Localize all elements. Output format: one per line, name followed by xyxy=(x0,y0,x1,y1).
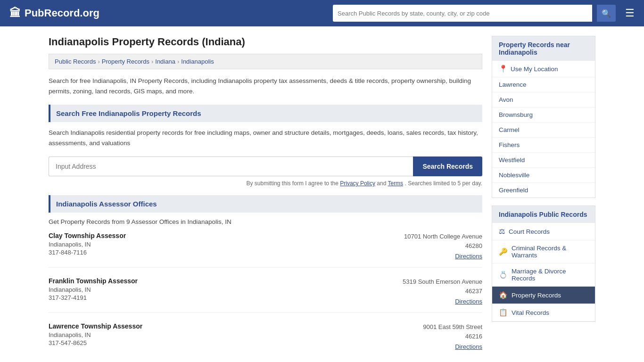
privacy-policy-link[interactable]: Privacy Policy xyxy=(340,180,375,187)
record-label: Criminal Records & Warrants xyxy=(512,245,588,259)
nearby-places-list: LawrenceAvonBrownsburgCarmelFishersWestf… xyxy=(492,77,595,197)
nearby-place-item[interactable]: Avon xyxy=(492,92,595,107)
assessor-name: Clay Township Assessor xyxy=(49,232,388,239)
terms-link[interactable]: Terms xyxy=(388,180,403,187)
address-input[interactable] xyxy=(49,156,413,176)
assessor-section: Indianapolis Assessor Offices Get Proper… xyxy=(49,195,482,358)
disclaimer-end: . Searches limited to 5 per day. xyxy=(405,180,482,187)
public-record-item[interactable]: 📋Vital Records xyxy=(492,304,595,321)
breadcrumb-indiana[interactable]: Indiana xyxy=(155,58,175,65)
assessor-phone: 317-327-4191 xyxy=(49,294,388,301)
search-section-header: Search Free Indianapolis Property Record… xyxy=(49,105,482,122)
logo-icon: 🏛 xyxy=(9,7,21,20)
search-icon: 🔍 xyxy=(602,9,611,18)
public-records-header: Indianapolis Public Records xyxy=(492,206,595,223)
disclaimer-and: and xyxy=(377,180,386,187)
assessor-left: Clay Township Assessor Indianapolis, IN … xyxy=(49,232,388,260)
record-label: Property Records xyxy=(512,292,561,299)
page-description: Search for free Indianapolis, IN Propert… xyxy=(49,76,482,96)
nearby-header: Property Records near Indianapolis xyxy=(492,36,595,61)
main-container: Indianapolis Property Records (Indiana) … xyxy=(39,26,605,362)
nearby-place-item[interactable]: Lawrence xyxy=(492,77,595,92)
assessor-description: Get Property Records from 9 Assessor Off… xyxy=(49,218,482,225)
assessor-phone: 317-547-8625 xyxy=(49,339,388,346)
breadcrumb: Public Records › Property Records › Indi… xyxy=(49,54,482,69)
assessor-name: Franklin Township Assessor xyxy=(49,277,388,285)
nearby-place-item[interactable]: Greenfield xyxy=(492,183,595,197)
header-menu-button[interactable]: ☰ xyxy=(625,7,635,19)
public-records-box: Indianapolis Public Records ⚖Court Recor… xyxy=(492,206,595,322)
search-form: Search Records By submitting this form I… xyxy=(49,156,482,187)
public-records-list: ⚖Court Records🔑Criminal Records & Warran… xyxy=(492,223,595,321)
assessor-list: Clay Township Assessor Indianapolis, IN … xyxy=(49,232,482,358)
assessor-right: 10701 North College Avenue46280 Directio… xyxy=(388,232,482,260)
assessor-address: 10701 North College Avenue46280 xyxy=(388,232,482,250)
breadcrumb-sep-1: › xyxy=(98,58,99,65)
nearby-place-item[interactable]: Westfield xyxy=(492,153,595,168)
record-label: Marriage & Divorce Records xyxy=(512,268,588,282)
public-record-item[interactable]: ⚖Court Records xyxy=(492,223,595,240)
assessor-name: Lawrence Township Assessor xyxy=(49,322,388,330)
public-record-item[interactable]: 🔑Criminal Records & Warrants xyxy=(492,240,595,263)
directions-link[interactable]: Directions xyxy=(455,343,482,350)
breadcrumb-sep-2: › xyxy=(151,58,153,65)
form-disclaimer: By submitting this form I agree to the P… xyxy=(49,180,482,187)
nearby-place-item[interactable]: Carmel xyxy=(492,123,595,138)
assessor-city: Indianapolis, IN xyxy=(49,331,388,338)
menu-icon: ☰ xyxy=(625,7,635,19)
record-label: Court Records xyxy=(509,228,550,235)
header-search-area: 🔍 ☰ xyxy=(333,5,635,22)
directions-link[interactable]: Directions xyxy=(455,253,482,260)
assessor-city: Indianapolis, IN xyxy=(49,286,388,293)
content-area: Indianapolis Property Records (Indiana) … xyxy=(49,36,482,362)
use-location-label: Use My Location xyxy=(511,66,558,73)
public-record-item[interactable]: 💍Marriage & Divorce Records xyxy=(492,263,595,287)
record-icon: 📋 xyxy=(499,308,508,317)
sidebar: Property Records near Indianapolis 📍 Use… xyxy=(492,36,595,362)
header-search-button[interactable]: 🔍 xyxy=(597,5,616,22)
assessor-city: Indianapolis, IN xyxy=(49,241,388,248)
nearby-place-item[interactable]: Noblesville xyxy=(492,168,595,183)
nearby-place-item[interactable]: Brownsburg xyxy=(492,107,595,123)
disclaimer-text: By submitting this form I agree to the xyxy=(247,180,339,187)
nearby-box: Property Records near Indianapolis 📍 Use… xyxy=(492,36,595,198)
assessor-entry: Clay Township Assessor Indianapolis, IN … xyxy=(49,232,482,268)
search-description: Search Indianapolis residential property… xyxy=(49,128,482,148)
assessor-left: Lawrence Township Assessor Indianapolis,… xyxy=(49,322,388,350)
site-header: 🏛 PubRecord.org 🔍 ☰ xyxy=(0,0,644,26)
directions-link[interactable]: Directions xyxy=(455,298,482,305)
breadcrumb-sep-3: › xyxy=(177,58,179,65)
site-logo[interactable]: 🏛 PubRecord.org xyxy=(9,7,99,20)
assessor-address: 9001 East 59th Street46216 xyxy=(388,322,482,341)
breadcrumb-indianapolis[interactable]: Indianapolis xyxy=(181,58,214,65)
record-icon: 🔑 xyxy=(499,247,508,256)
search-records-button[interactable]: Search Records xyxy=(413,156,482,176)
breadcrumb-public-records[interactable]: Public Records xyxy=(55,58,96,65)
assessor-address: 5319 South Emerson Avenue46237 xyxy=(388,277,482,296)
location-pin-icon: 📍 xyxy=(499,65,508,73)
assessor-left: Franklin Township Assessor Indianapolis,… xyxy=(49,277,388,305)
logo-text: PubRecord.org xyxy=(25,7,99,19)
assessor-phone: 317-848-7116 xyxy=(49,249,388,256)
assessor-right: 5319 South Emerson Avenue46237 Direction… xyxy=(388,277,482,305)
assessor-section-header: Indianapolis Assessor Offices xyxy=(49,195,482,213)
nearby-place-item[interactable]: Fishers xyxy=(492,138,595,153)
page-title: Indianapolis Property Records (Indiana) xyxy=(49,36,482,48)
use-my-location[interactable]: 📍 Use My Location xyxy=(492,61,595,77)
record-icon: ⚖ xyxy=(499,227,505,236)
assessor-right: 9001 East 59th Street46216 Directions xyxy=(388,322,482,350)
record-label: Vital Records xyxy=(512,309,549,316)
header-search-input[interactable] xyxy=(333,5,592,22)
assessor-entry: Franklin Township Assessor Indianapolis,… xyxy=(49,277,482,313)
record-icon: 💍 xyxy=(499,271,508,279)
search-input-row: Search Records xyxy=(49,156,482,176)
record-icon: 🏠 xyxy=(499,291,508,299)
assessor-entry: Lawrence Township Assessor Indianapolis,… xyxy=(49,322,482,358)
breadcrumb-property-records[interactable]: Property Records xyxy=(102,58,149,65)
nearby-list: 📍 Use My Location LawrenceAvonBrownsburg… xyxy=(492,61,595,197)
public-record-item[interactable]: 🏠Property Records xyxy=(492,287,595,304)
